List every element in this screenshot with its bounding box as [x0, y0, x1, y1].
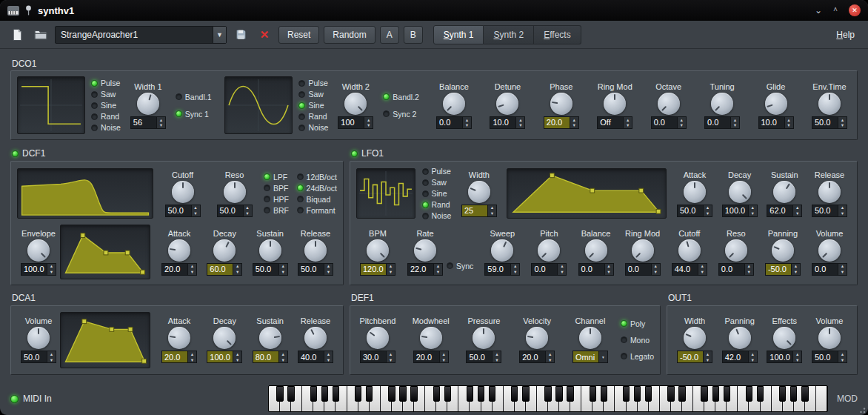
piano-black-key[interactable] — [678, 386, 685, 402]
spin-down-icon[interactable]: ▼ — [440, 357, 448, 363]
spin-down-icon[interactable]: ▼ — [731, 122, 739, 128]
spinbox-arrows[interactable]: ▲▼ — [324, 264, 333, 275]
piano-black-key[interactable] — [555, 386, 562, 402]
option-bpf[interactable]: BPF — [264, 183, 289, 193]
option-rand[interactable]: Rand — [91, 111, 121, 122]
knob-dial[interactable] — [224, 181, 246, 203]
piano-black-key[interactable] — [645, 386, 652, 402]
spin-up-icon[interactable]: ▲ — [785, 117, 793, 123]
spin-up-icon[interactable]: ▲ — [493, 351, 501, 357]
knob-dial[interactable] — [773, 181, 795, 203]
spin-up-icon[interactable]: ▲ — [838, 264, 847, 270]
piano-black-key[interactable] — [590, 386, 596, 402]
knob-dial[interactable] — [304, 327, 327, 349]
value-spinbox[interactable]: 50.0 ▲▼ — [298, 263, 333, 276]
option-pulse[interactable]: Pulse — [298, 78, 328, 88]
spinbox-arrows[interactable]: ▲▼ — [838, 351, 847, 362]
value-spinbox[interactable]: 20.0 ▲▼ — [544, 116, 579, 129]
spin-down-icon[interactable]: ▼ — [233, 269, 241, 275]
spinbox-arrows[interactable]: ▲▼ — [838, 264, 847, 275]
spinbox-arrows[interactable]: ▲▼ — [187, 264, 196, 275]
spinbox-arrows[interactable]: ▲▼ — [487, 205, 496, 216]
value-spinbox[interactable]: -50.0 ▲▼ — [765, 263, 801, 276]
spin-down-icon[interactable]: ▼ — [678, 122, 686, 128]
spinbox-arrows[interactable]: ▲▼ — [278, 351, 287, 362]
value-spinbox[interactable]: 40.0 ▲▼ — [298, 351, 333, 363]
spin-down-icon[interactable]: ▼ — [387, 357, 395, 363]
spinbox-arrows[interactable]: ▲▼ — [364, 117, 373, 128]
spin-down-icon[interactable]: ▼ — [279, 357, 287, 363]
spin-up-icon[interactable]: ▲ — [698, 264, 707, 270]
piano-black-key[interactable] — [511, 386, 518, 402]
piano-black-key[interactable] — [522, 386, 529, 402]
piano-black-key[interactable] — [321, 386, 328, 402]
spin-up-icon[interactable]: ▲ — [364, 117, 373, 123]
spinbox-arrows[interactable]: ▲▼ — [433, 264, 442, 275]
spin-up-icon[interactable]: ▲ — [387, 351, 395, 357]
help-button[interactable]: Help — [830, 27, 861, 43]
knob-dial[interactable] — [213, 327, 236, 349]
value-spinbox[interactable]: 50.0 ▲▼ — [165, 205, 201, 217]
knob-dial[interactable] — [725, 239, 747, 262]
spinbox-arrows[interactable]: ▲▼ — [439, 351, 448, 362]
knob-dial[interactable] — [818, 239, 841, 262]
spin-down-icon[interactable]: ▼ — [192, 210, 200, 216]
knob-dial[interactable] — [772, 239, 794, 262]
spin-up-icon[interactable]: ▲ — [678, 117, 686, 123]
value-spinbox[interactable]: 30.0 ▲▼ — [360, 351, 395, 363]
spinbox-arrows[interactable]: ▲▼ — [278, 264, 287, 275]
knob-dial[interactable] — [684, 327, 706, 349]
dcf1-envelope-display[interactable] — [60, 225, 150, 279]
knob-dial[interactable] — [765, 93, 787, 115]
spin-up-icon[interactable]: ▲ — [605, 264, 613, 270]
spinbox-arrows[interactable]: ▲▼ — [698, 264, 707, 275]
spinbox-arrows[interactable]: ▲▼ — [748, 351, 757, 362]
spinbox-arrows[interactable]: ▲▼ — [744, 264, 753, 275]
option-pulse[interactable]: Pulse — [422, 166, 452, 176]
option-saw[interactable]: Saw — [422, 177, 452, 187]
reset-button[interactable]: Reset — [278, 26, 319, 44]
spin-up-icon[interactable]: ▲ — [279, 351, 287, 357]
option-sine[interactable]: Sine — [422, 188, 452, 199]
knob-dial[interactable] — [304, 239, 327, 262]
combo-arrow-icon[interactable]: ▾ — [599, 351, 607, 362]
value-spinbox[interactable]: 60.0 ▲▼ — [207, 263, 242, 276]
spin-up-icon[interactable]: ▲ — [279, 264, 287, 270]
value-spinbox[interactable]: Off ▲▼ — [597, 116, 632, 129]
knob-dial[interactable] — [137, 93, 159, 115]
spinbox-arrows[interactable]: ▲▼ — [557, 264, 566, 275]
value-spinbox[interactable]: 50.0 ▲▼ — [812, 351, 847, 363]
value-spinbox[interactable]: 80.0 ▲▼ — [253, 351, 288, 363]
spin-down-icon[interactable]: ▼ — [704, 210, 712, 216]
knob-dial[interactable] — [684, 181, 706, 203]
spin-up-icon[interactable]: ▲ — [749, 205, 757, 211]
spin-up-icon[interactable]: ▲ — [731, 117, 739, 123]
save-preset-button[interactable] — [231, 25, 250, 44]
spin-down-icon[interactable]: ▼ — [387, 269, 395, 275]
value-spinbox[interactable]: 50.0 ▲▼ — [466, 351, 501, 363]
spinbox-arrows[interactable]: ▲▼ — [784, 117, 793, 128]
spin-up-icon[interactable]: ▲ — [745, 264, 753, 270]
spin-up-icon[interactable]: ▲ — [749, 351, 757, 357]
spinbox-arrows[interactable]: ▲▼ — [838, 205, 847, 216]
knob-dial[interactable] — [658, 93, 680, 115]
option-noise[interactable]: Noise — [298, 122, 328, 133]
option-mono[interactable]: Mono — [621, 335, 654, 345]
piano-black-key[interactable] — [433, 386, 440, 402]
knob-dial[interactable] — [585, 239, 607, 262]
knob-dial[interactable] — [168, 327, 190, 349]
spin-down-icon[interactable]: ▼ — [546, 357, 554, 363]
new-preset-button[interactable] — [7, 25, 27, 44]
tab-effects[interactable]: Effects — [534, 25, 581, 44]
piano-black-key[interactable] — [355, 386, 361, 402]
knob-dial[interactable] — [367, 327, 389, 349]
value-spinbox[interactable]: -50.0 ▲▼ — [677, 351, 712, 363]
spin-down-icon[interactable]: ▼ — [838, 269, 847, 275]
piano-keyboard[interactable] — [268, 385, 828, 412]
spinbox-arrows[interactable]: ▲▼ — [791, 264, 800, 275]
spin-down-icon[interactable]: ▼ — [749, 357, 757, 363]
option-saw[interactable]: Saw — [298, 89, 328, 99]
knob-dial[interactable] — [168, 239, 190, 262]
spin-down-icon[interactable]: ▼ — [605, 269, 613, 275]
spin-down-icon[interactable]: ▼ — [558, 269, 566, 275]
